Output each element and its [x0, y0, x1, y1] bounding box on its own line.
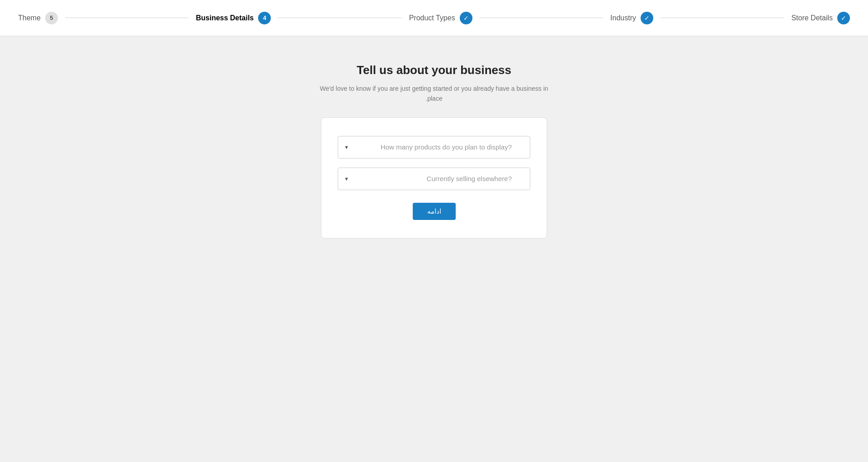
page-subtitle: We'd love to know if you are just gettin…	[320, 84, 548, 104]
products-select[interactable]: ?How many products do you plan to displa…	[338, 136, 530, 159]
nav-divider-4	[660, 18, 784, 18]
step-product-types-label: Product Types	[409, 14, 455, 22]
nav-divider-1	[65, 18, 189, 18]
step-product-types-check-icon: ✓	[460, 12, 472, 24]
selling-dropdown-wrapper: ?Currently selling elsewhere Yes No ▼	[338, 168, 530, 190]
step-theme-badge: 5	[45, 12, 58, 24]
step-business-details-badge: 4	[258, 12, 271, 24]
continue-button[interactable]: ادامه	[413, 203, 456, 220]
nav-divider-2	[278, 18, 401, 18]
form-card: ?How many products do you plan to displa…	[321, 117, 547, 238]
main-content: Tell us about your business We'd love to…	[0, 36, 868, 238]
step-industry[interactable]: Industry ✓	[610, 12, 653, 24]
step-business-details-label: Business Details	[196, 14, 254, 22]
products-dropdown-wrapper: ?How many products do you plan to displa…	[338, 136, 530, 159]
step-store-details-label: Store Details	[791, 14, 833, 22]
step-industry-label: Industry	[610, 14, 636, 22]
step-store-details[interactable]: Store Details ✓	[791, 12, 850, 24]
wizard-steps: Theme 5 Business Details 4 Product Types…	[18, 12, 850, 24]
subtitle-line2: .place	[425, 95, 442, 102]
top-navigation: Theme 5 Business Details 4 Product Types…	[0, 0, 868, 36]
nav-divider-3	[480, 18, 603, 18]
step-store-details-check-icon: ✓	[837, 12, 850, 24]
selling-select[interactable]: ?Currently selling elsewhere Yes No	[338, 168, 530, 190]
step-business-details[interactable]: Business Details 4	[196, 12, 271, 24]
step-theme[interactable]: Theme 5	[18, 12, 58, 24]
subtitle-line1: We'd love to know if you are just gettin…	[320, 85, 548, 92]
page-title: Tell us about your business	[357, 63, 511, 77]
step-theme-label: Theme	[18, 14, 41, 22]
step-product-types[interactable]: Product Types ✓	[409, 12, 472, 24]
step-industry-check-icon: ✓	[641, 12, 653, 24]
